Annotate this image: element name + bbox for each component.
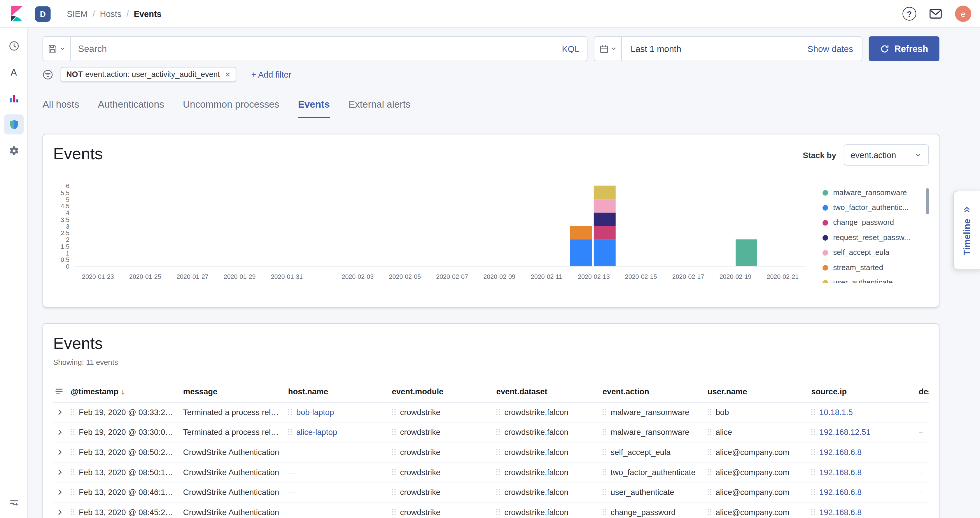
- saved-query-menu-button[interactable]: [43, 37, 71, 60]
- column-header-message[interactable]: message: [183, 383, 288, 402]
- column-header-host-name[interactable]: host.name: [288, 383, 392, 402]
- expand-row-icon[interactable]: [56, 507, 64, 517]
- time-range-value[interactable]: Last 1 month: [622, 44, 681, 54]
- remove-filter-icon[interactable]: ✕: [225, 70, 231, 78]
- legend-item[interactable]: self_accept_eula: [822, 248, 929, 257]
- timeline-toggle-button[interactable]: Timeline: [953, 191, 980, 270]
- sidebar-item-siem[interactable]: [4, 114, 24, 135]
- expand-row-icon[interactable]: [56, 427, 64, 437]
- legend-item[interactable]: stream_started: [822, 263, 929, 272]
- space-badge[interactable]: D: [35, 6, 51, 22]
- drag-handle-icon[interactable]: [708, 469, 712, 476]
- cell-value[interactable]: alice-laptop: [296, 427, 337, 437]
- drag-handle-icon[interactable]: [392, 449, 396, 456]
- column-header--timestamp[interactable]: @timestamp↓: [71, 383, 183, 402]
- drag-handle-icon[interactable]: [496, 489, 501, 496]
- drag-handle-icon[interactable]: [603, 469, 607, 476]
- drag-handle-icon[interactable]: [392, 508, 396, 516]
- legend-item[interactable]: request_reset_passw...: [822, 233, 929, 242]
- legend-scrollbar[interactable]: [926, 188, 929, 215]
- kibana-logo-icon[interactable]: [9, 6, 25, 22]
- drag-handle-icon[interactable]: [496, 449, 501, 456]
- bar-segment-two_factor_authenticate[interactable]: [594, 240, 616, 266]
- cell-value[interactable]: 10.18.1.5: [819, 407, 853, 417]
- column-header-des[interactable]: des: [919, 383, 929, 402]
- help-icon[interactable]: ?: [902, 7, 916, 21]
- drag-handle-icon[interactable]: [603, 449, 607, 456]
- drag-handle-icon[interactable]: [811, 449, 816, 456]
- drag-handle-icon[interactable]: [71, 429, 75, 436]
- drag-handle-icon[interactable]: [811, 469, 816, 476]
- legend-item[interactable]: change_password: [822, 218, 929, 227]
- drag-handle-icon[interactable]: [603, 508, 607, 516]
- drag-handle-icon[interactable]: [288, 429, 293, 436]
- tab-authentications[interactable]: Authentications: [98, 99, 164, 118]
- drag-handle-icon[interactable]: [811, 489, 816, 496]
- expand-row-icon[interactable]: [56, 487, 64, 497]
- bar-segment-stream_started[interactable]: [570, 226, 592, 240]
- bar-segment-self_accept_eula[interactable]: [594, 199, 616, 213]
- drag-handle-icon[interactable]: [811, 508, 816, 516]
- drag-handle-icon[interactable]: [392, 429, 396, 436]
- kql-syntax-button[interactable]: KQL: [554, 44, 587, 54]
- drag-handle-icon[interactable]: [603, 408, 607, 416]
- drag-handle-icon[interactable]: [392, 489, 396, 496]
- tab-all-hosts[interactable]: All hosts: [43, 99, 80, 118]
- expand-row-icon[interactable]: [56, 447, 64, 457]
- drag-handle-icon[interactable]: [392, 469, 396, 476]
- column-header-user-name[interactable]: user.name: [708, 383, 811, 402]
- drag-handle-icon[interactable]: [496, 408, 501, 416]
- add-filter-button[interactable]: + Add filter: [251, 70, 291, 79]
- legend-item[interactable]: user_authenticate: [822, 278, 929, 283]
- drag-handle-icon[interactable]: [71, 469, 75, 476]
- sidebar-item-visualize[interactable]: [4, 88, 24, 108]
- bar-segment-request_reset_password[interactable]: [594, 213, 616, 226]
- drag-handle-icon[interactable]: [603, 489, 607, 496]
- column-header-event-module[interactable]: event.module: [392, 383, 496, 402]
- drag-handle-icon[interactable]: [392, 408, 396, 416]
- bar-segment-user_authenticate[interactable]: [594, 186, 616, 199]
- mail-icon[interactable]: [929, 7, 942, 21]
- show-dates-button[interactable]: Show dates: [807, 44, 862, 54]
- legend-item[interactable]: malware_ransomware: [822, 188, 929, 197]
- breadcrumb-item-siem[interactable]: SIEM: [67, 9, 88, 18]
- cell-value[interactable]: 192.168.6.8: [819, 447, 862, 457]
- column-header-event-dataset[interactable]: event.dataset: [496, 383, 602, 402]
- cell-value[interactable]: 192.168.6.8: [819, 467, 862, 477]
- drag-handle-icon[interactable]: [71, 508, 75, 516]
- sidebar-item-app-a[interactable]: A: [4, 62, 24, 82]
- expand-row-icon[interactable]: [56, 467, 64, 477]
- bar-segment-two_factor_authenticate[interactable]: [570, 240, 592, 266]
- stack-by-select[interactable]: event.action: [844, 145, 929, 166]
- drag-handle-icon[interactable]: [708, 429, 712, 436]
- expand-row-icon[interactable]: [56, 407, 64, 417]
- sidebar-item-recent[interactable]: [4, 36, 24, 56]
- column-header-event-action[interactable]: event.action: [603, 383, 708, 402]
- bar-segment-malware_ransomware[interactable]: [735, 240, 757, 266]
- refresh-button[interactable]: Refresh: [869, 36, 939, 61]
- drag-handle-icon[interactable]: [288, 408, 293, 416]
- breadcrumb-item-hosts[interactable]: Hosts: [100, 9, 121, 18]
- sidebar-item-management[interactable]: [4, 141, 24, 161]
- fields-browser-icon[interactable]: [53, 383, 71, 402]
- drag-handle-icon[interactable]: [708, 489, 712, 496]
- avatar[interactable]: e: [955, 6, 971, 22]
- column-header-source-ip[interactable]: source.ip: [811, 383, 919, 402]
- date-quick-select-button[interactable]: [594, 37, 622, 60]
- cell-value[interactable]: 192.168.12.51: [819, 427, 870, 437]
- cell-value[interactable]: 192.168.6.8: [819, 487, 862, 497]
- drag-handle-icon[interactable]: [496, 508, 501, 516]
- drag-handle-icon[interactable]: [811, 429, 816, 436]
- legend-item[interactable]: two_factor_authentic...: [822, 203, 929, 212]
- drag-handle-icon[interactable]: [71, 408, 75, 416]
- drag-handle-icon[interactable]: [496, 469, 501, 476]
- search-input[interactable]: [71, 44, 554, 54]
- drag-handle-icon[interactable]: [708, 449, 712, 456]
- sidebar-collapse-button[interactable]: [4, 493, 24, 513]
- bar-segment-change_password[interactable]: [594, 226, 616, 240]
- drag-handle-icon[interactable]: [708, 508, 712, 516]
- drag-handle-icon[interactable]: [71, 489, 75, 496]
- cell-value[interactable]: bob-laptop: [296, 407, 334, 417]
- drag-handle-icon[interactable]: [71, 449, 75, 456]
- drag-handle-icon[interactable]: [603, 429, 607, 436]
